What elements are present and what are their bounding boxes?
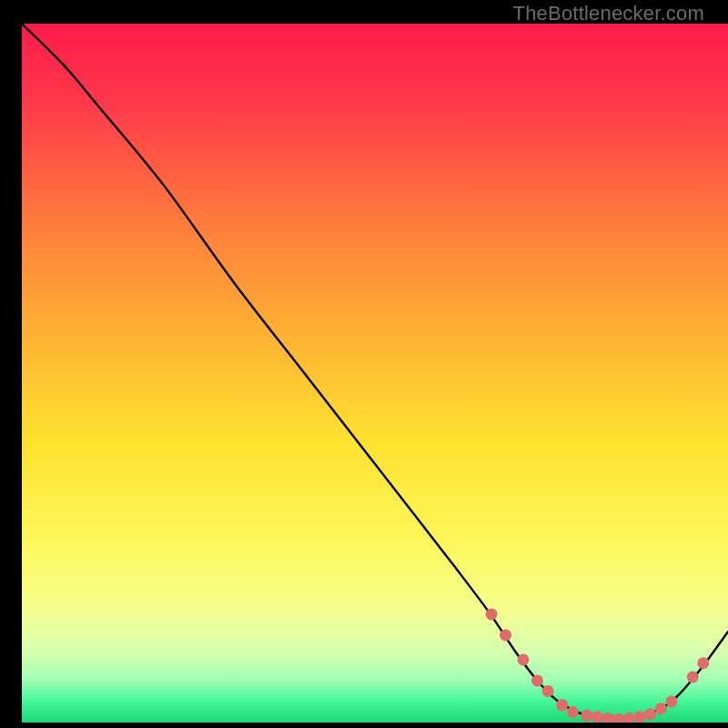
data-marker bbox=[644, 708, 656, 720]
data-marker bbox=[556, 699, 568, 711]
gradient-background bbox=[22, 24, 728, 723]
data-marker bbox=[531, 674, 543, 686]
chart-svg bbox=[22, 24, 728, 723]
data-marker bbox=[592, 711, 603, 723]
bottleneck-chart bbox=[22, 24, 728, 723]
data-marker bbox=[687, 672, 699, 683]
data-marker bbox=[665, 695, 677, 707]
data-marker bbox=[500, 630, 511, 642]
data-marker bbox=[517, 653, 529, 665]
watermark-label: TheBottlenecker.com bbox=[513, 2, 704, 25]
data-marker bbox=[634, 711, 646, 723]
data-marker bbox=[542, 685, 554, 697]
data-marker bbox=[567, 706, 579, 718]
data-marker bbox=[655, 703, 667, 714]
chart-frame: TheBottlenecker.com bbox=[11, 0, 717, 728]
data-marker bbox=[697, 657, 709, 669]
data-marker bbox=[581, 710, 592, 722]
data-marker bbox=[486, 608, 498, 620]
